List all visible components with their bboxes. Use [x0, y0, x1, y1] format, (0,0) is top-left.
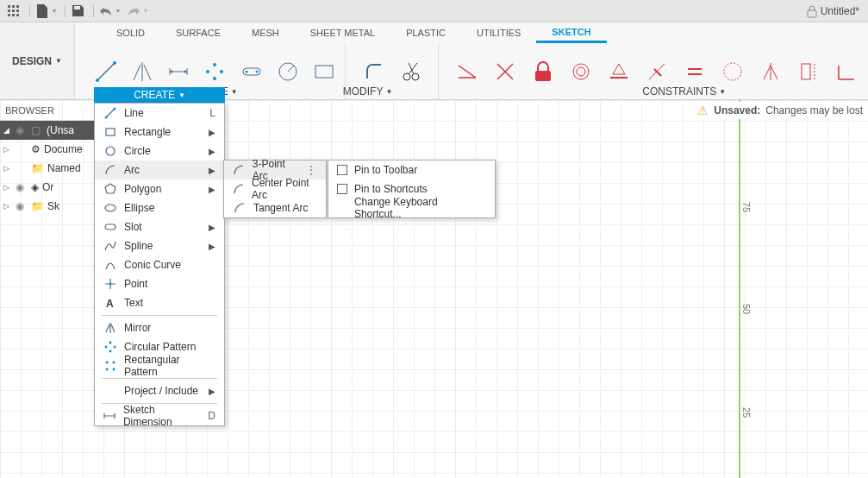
rectangle-tool-icon[interactable] — [310, 57, 338, 86]
checkbox-icon[interactable] — [337, 184, 347, 194]
menu-item-rectangle[interactable]: Rectangle▶ — [95, 123, 224, 142]
menu-item-ellipse[interactable]: Ellipse — [95, 198, 224, 217]
submenu-item-center-point-arc[interactable]: Center Point Arc — [224, 179, 326, 198]
submenu-arrow-icon: ▶ — [209, 242, 215, 251]
expand-icon[interactable]: ▷ — [3, 145, 12, 154]
menu-item-slot[interactable]: Slot▶ — [95, 217, 224, 236]
tab-solid[interactable]: SOLID — [101, 24, 160, 41]
trim-tool-icon[interactable] — [397, 57, 427, 86]
menu-item-sketch-dimension[interactable]: Sketch DimensionD — [95, 406, 224, 425]
dimension-tool-icon[interactable] — [165, 57, 192, 86]
expand-icon[interactable]: ▷ — [3, 164, 12, 173]
tab-mesh[interactable]: MESH — [236, 24, 295, 41]
tab-surface[interactable]: SURFACE — [160, 24, 236, 41]
context-item-pin-to-toolbar[interactable]: Pin to Toolbar — [328, 160, 495, 179]
collapse-icon[interactable]: ◢ — [3, 126, 12, 135]
submenu-arrow-icon: ▶ — [209, 128, 215, 137]
submenu-arrow-icon: ▶ — [209, 223, 215, 232]
create-dropdown-header[interactable]: CREATE▼ — [94, 87, 225, 103]
chevron-down-icon[interactable]: ▾ — [144, 7, 147, 15]
horizontal-constraint-icon[interactable] — [453, 57, 482, 86]
context-item-change-keyboard-shortcut-[interactable]: Change Keyboard Shortcut... — [328, 198, 495, 217]
folder-icon: 📁 — [31, 200, 44, 212]
tab-plastic[interactable]: PLASTIC — [390, 24, 461, 41]
menu-item-line[interactable]: LineL — [95, 104, 224, 123]
menu-item-conic-curve[interactable]: Conic Curve — [95, 255, 224, 274]
circpat-icon — [103, 341, 117, 353]
menu-item-spline[interactable]: Spline▶ — [95, 236, 224, 255]
slot-tool-icon[interactable] — [238, 57, 265, 86]
midpoint-constraint-icon[interactable] — [604, 57, 634, 86]
menu-item-text[interactable]: AText — [95, 293, 224, 312]
menu-item-point[interactable]: Point — [95, 274, 224, 293]
undo-icon[interactable] — [97, 3, 115, 20]
browser-node[interactable]: ▷ ◉ 📁 Named — [0, 159, 95, 178]
visibility-icon[interactable]: ◉ — [16, 200, 28, 212]
tab-utilities[interactable]: UTILITIES — [461, 24, 536, 41]
chevron-down-icon[interactable]: ▾ — [116, 7, 120, 15]
menu-item-arc[interactable]: Arc▶ — [95, 160, 224, 179]
layers-icon: ◈ — [31, 181, 39, 193]
rectpat-icon — [103, 360, 117, 372]
collinear-constraint-icon[interactable] — [794, 57, 823, 86]
submenu-item-tangent-arc[interactable]: Tangent Arc — [224, 198, 326, 217]
ruler-tick: 75 — [741, 202, 752, 212]
circle-tool-icon[interactable] — [274, 57, 302, 86]
y-axis-line — [739, 100, 740, 478]
expand-icon[interactable]: ▷ — [3, 202, 12, 211]
chevron-down-icon[interactable]: ▾ — [53, 7, 56, 15]
lock-constraint-icon[interactable] — [528, 57, 558, 86]
menu-item-circle[interactable]: Circle▶ — [95, 142, 224, 160]
rect-icon — [103, 126, 117, 138]
circular-pattern-icon[interactable] — [201, 57, 228, 86]
tangent-constraint-icon[interactable] — [566, 57, 596, 86]
save-icon[interactable] — [69, 3, 86, 20]
constraints-group-label[interactable]: CONSTRAINTS▼ — [642, 84, 726, 99]
equal-constraint-icon[interactable] — [680, 57, 709, 86]
menu-item-project-include[interactable]: Project / Include▶ — [95, 381, 224, 400]
menu-item-mirror[interactable]: Mirror — [95, 318, 224, 337]
visibility-icon[interactable]: ◉ — [16, 181, 28, 193]
fillet-tool-icon[interactable] — [359, 57, 389, 86]
mirror-icon — [103, 322, 117, 334]
svg-point-39 — [109, 350, 112, 353]
menu-item-polygon[interactable]: Polygon▶ — [95, 179, 224, 198]
svg-point-41 — [105, 362, 108, 364]
browser-node[interactable]: ▷ ◉ ⚙ Docume — [0, 140, 95, 159]
more-icon[interactable]: ⋮ — [306, 164, 317, 176]
coincident-constraint-icon[interactable] — [490, 57, 520, 86]
svg-point-42 — [112, 362, 115, 364]
symmetry-constraint-icon[interactable] — [756, 57, 785, 86]
app-grid-icon[interactable] — [5, 3, 22, 20]
visibility-icon[interactable]: ◉ — [16, 124, 28, 136]
arc-icon — [233, 202, 247, 214]
mirror-tool-icon[interactable] — [128, 57, 156, 86]
parallel-constraint-icon[interactable] — [832, 57, 861, 86]
browser-node[interactable]: ▷ ◉ 📁 Sk — [0, 197, 95, 216]
svg-text:A: A — [106, 298, 114, 310]
tab-sketch[interactable]: SKETCH — [536, 23, 606, 43]
line-tool-icon[interactable] — [92, 57, 120, 86]
svg-rect-28 — [802, 64, 810, 79]
menu-item-rectangular-pattern[interactable]: Rectangular Pattern — [95, 356, 224, 375]
browser-header: BROWSER — [0, 100, 95, 121]
design-workspace-button[interactable]: DESIGN▼ — [0, 22, 75, 99]
modify-group-label[interactable]: MODIFY▼ — [343, 84, 393, 99]
checkbox-icon[interactable] — [337, 165, 347, 175]
expand-icon[interactable]: ▷ — [3, 183, 12, 192]
new-file-icon[interactable] — [34, 3, 51, 20]
concentric-constraint-icon[interactable] — [718, 57, 747, 86]
redo-icon[interactable] — [125, 3, 142, 20]
svg-point-11 — [96, 79, 99, 82]
perpendicular-constraint-icon[interactable] — [642, 57, 671, 86]
svg-point-13 — [213, 63, 216, 66]
browser-root-node[interactable]: ◢ ◉ ▢ (Unsa — [0, 121, 95, 140]
tab-sheet-metal[interactable]: SHEET METAL — [295, 24, 390, 41]
browser-node[interactable]: ▷ ◉ ◈ Or — [0, 178, 95, 197]
svg-rect-4 — [12, 9, 15, 12]
svg-point-18 — [245, 70, 247, 72]
document-title: Untitled* — [807, 5, 859, 17]
svg-point-32 — [106, 147, 115, 155]
circle-icon — [103, 145, 117, 157]
ruler-tick: 25 — [741, 407, 752, 418]
